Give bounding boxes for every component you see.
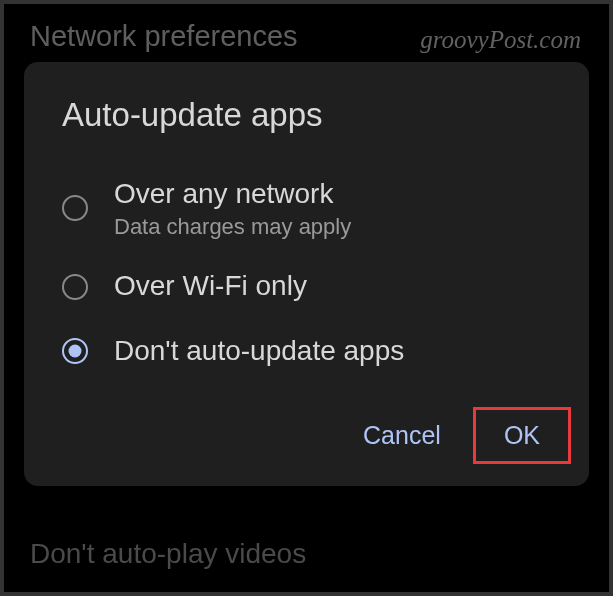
background-setting-label: Don't auto-play videos — [30, 538, 306, 570]
radio-option-any-network[interactable]: Over any network Data charges may apply — [24, 162, 589, 254]
cancel-button[interactable]: Cancel — [339, 407, 465, 464]
radio-label-wrap: Over Wi-Fi only — [114, 268, 307, 304]
radio-label-wrap: Over any network Data charges may apply — [114, 176, 351, 240]
radio-option-dont-update[interactable]: Don't auto-update apps — [24, 319, 589, 383]
auto-update-dialog: Auto-update apps Over any network Data c… — [24, 62, 589, 486]
ok-button[interactable]: OK — [473, 407, 571, 464]
radio-label: Over Wi-Fi only — [114, 268, 307, 304]
radio-label-wrap: Don't auto-update apps — [114, 333, 404, 369]
radio-checked-icon — [62, 338, 88, 364]
dialog-actions: Cancel OK — [24, 383, 589, 472]
radio-unchecked-icon — [62, 195, 88, 221]
radio-option-wifi-only[interactable]: Over Wi-Fi only — [24, 254, 589, 318]
watermark: groovyPost.com — [420, 26, 581, 54]
dialog-title: Auto-update apps — [24, 96, 589, 162]
radio-label: Don't auto-update apps — [114, 333, 404, 369]
radio-label: Over any network — [114, 176, 351, 212]
radio-sublabel: Data charges may apply — [114, 214, 351, 240]
radio-unchecked-icon — [62, 274, 88, 300]
page-section-title: Network preferences — [30, 20, 298, 53]
